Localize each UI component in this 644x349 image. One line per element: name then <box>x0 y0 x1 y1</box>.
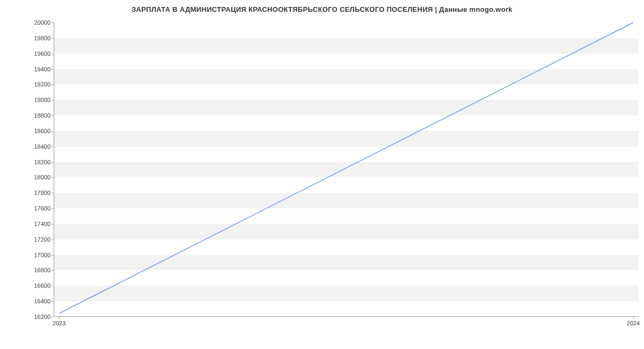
y-tick-label: 19200 <box>2 81 50 88</box>
x-tick-mark <box>59 317 60 319</box>
y-tick-label: 16400 <box>2 298 50 304</box>
y-tick-label: 16200 <box>2 314 50 320</box>
y-tick-mark <box>52 38 54 39</box>
y-tick-label: 19400 <box>2 66 50 72</box>
x-tick-label: 2023 <box>53 320 65 326</box>
y-tick-mark <box>52 286 54 286</box>
y-tick-mark <box>52 147 54 147</box>
series-line <box>60 23 633 313</box>
y-tick-label: 18200 <box>2 159 50 165</box>
y-tick-label: 16800 <box>2 267 50 273</box>
chart-container: ЗАРПЛАТА В АДМИНИСТРАЦИЯ КРАСНООКТЯБРЬСК… <box>0 0 644 333</box>
y-tick-label: 17600 <box>2 205 50 212</box>
y-tick-mark <box>52 69 54 70</box>
chart-title: ЗАРПЛАТА В АДМИНИСТРАЦИЯ КРАСНООКТЯБРЬСК… <box>0 5 644 13</box>
y-tick-label: 18000 <box>2 174 50 180</box>
y-tick-label: 18400 <box>2 143 50 150</box>
y-tick-mark <box>52 131 54 132</box>
y-tick-mark <box>52 239 54 240</box>
y-tick-mark <box>52 23 54 23</box>
y-tick-label: 18600 <box>2 128 50 134</box>
y-tick-mark <box>52 115 54 116</box>
y-tick-mark <box>52 270 54 271</box>
y-tick-label: 17200 <box>2 236 50 243</box>
y-tick-mark <box>52 100 54 100</box>
y-tick-mark <box>52 317 54 317</box>
y-tick-label: 19000 <box>2 97 50 103</box>
y-tick-label: 17800 <box>2 190 50 196</box>
plot-area <box>54 23 639 317</box>
line-series <box>54 23 639 316</box>
y-tick-mark <box>52 177 54 178</box>
y-tick-label: 20000 <box>2 19 50 26</box>
y-tick-label: 16600 <box>2 282 50 289</box>
y-tick-mark <box>52 54 54 54</box>
y-tick-label: 17000 <box>2 252 50 258</box>
y-tick-mark <box>52 208 54 209</box>
y-tick-label: 17400 <box>2 221 50 227</box>
y-tick-mark <box>52 255 54 256</box>
y-tick-mark <box>52 162 54 163</box>
y-tick-mark <box>52 224 54 224</box>
y-tick-mark <box>52 193 54 193</box>
y-tick-mark <box>52 84 54 85</box>
y-tick-label: 18800 <box>2 112 50 119</box>
x-tick-mark <box>633 317 634 319</box>
y-tick-label: 19600 <box>2 50 50 57</box>
y-tick-mark <box>52 301 54 302</box>
y-tick-label: 19800 <box>2 35 50 41</box>
x-tick-label: 2024 <box>627 320 640 326</box>
